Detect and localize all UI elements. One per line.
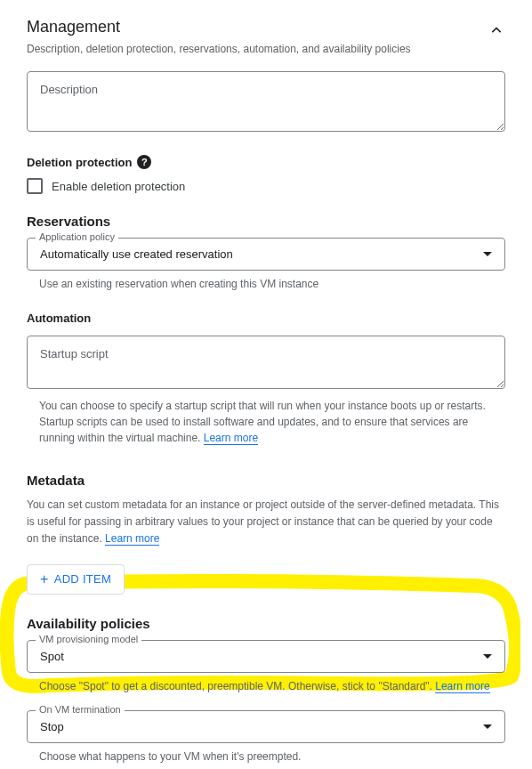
- provisioning-helper: Choose "Spot" to get a discounted, preem…: [39, 680, 435, 692]
- metadata-learn-more-link[interactable]: Learn more: [105, 532, 159, 546]
- provisioning-learn-more-link[interactable]: Learn more: [435, 680, 489, 693]
- startup-script-textarea[interactable]: [27, 336, 505, 389]
- dropdown-arrow-icon: [483, 252, 492, 256]
- help-icon[interactable]: ?: [137, 155, 151, 169]
- provisioning-model-select[interactable]: Spot: [27, 640, 505, 673]
- vm-termination-label: On VM termination: [36, 704, 125, 715]
- section-title-management: Management: [27, 18, 120, 36]
- application-policy-value: Automatically use created reservation: [40, 247, 233, 261]
- vm-termination-value: Stop: [40, 720, 64, 733]
- reservations-helper: Use an existing reservation when creatin…: [27, 276, 505, 292]
- deletion-protection-label: Deletion protection: [27, 156, 132, 169]
- dropdown-arrow-icon: [483, 724, 492, 729]
- application-policy-label: Application policy: [36, 231, 118, 242]
- termination-helper: Choose what happens to your VM when it's…: [27, 749, 505, 765]
- application-policy-select[interactable]: Automatically use created reservation: [27, 238, 505, 271]
- provisioning-model-label: VM provisioning model: [36, 634, 141, 644]
- chevron-up-icon[interactable]: [488, 21, 505, 43]
- section-subtitle: Description, deletion protection, reserv…: [27, 43, 505, 55]
- automation-learn-more-link[interactable]: Learn more: [204, 432, 258, 445]
- description-textarea[interactable]: [27, 71, 505, 132]
- plus-icon: +: [40, 572, 49, 587]
- add-item-button[interactable]: + ADD ITEM: [27, 564, 125, 595]
- availability-title: Availability policies: [27, 616, 505, 631]
- vm-termination-select[interactable]: Stop: [27, 710, 505, 743]
- metadata-description: You can set custom metadata for an insta…: [27, 498, 499, 545]
- dropdown-arrow-icon: [483, 654, 492, 659]
- reservations-title: Reservations: [27, 214, 505, 229]
- add-item-label: ADD ITEM: [54, 572, 112, 586]
- deletion-checkbox-label: Enable deletion protection: [52, 180, 185, 193]
- automation-title: Automation: [27, 312, 505, 325]
- automation-helper: You can choose to specify a startup scri…: [39, 400, 486, 444]
- deletion-protection-checkbox[interactable]: [27, 178, 43, 194]
- metadata-title: Metadata: [27, 473, 505, 488]
- provisioning-model-value: Spot: [40, 650, 64, 663]
